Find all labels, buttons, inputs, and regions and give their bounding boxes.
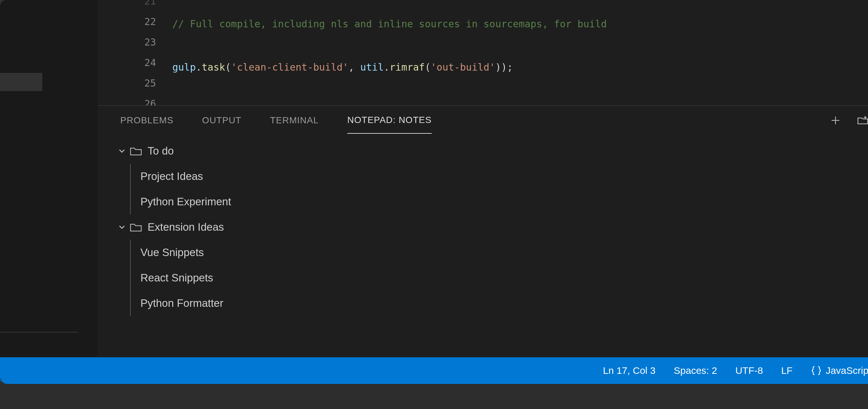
activity-sidebar <box>0 0 97 384</box>
bottom-panel: PROBLEMS OUTPUT TERMINAL NOTEPAD: NOTES <box>97 106 868 357</box>
folder-icon <box>130 146 142 156</box>
status-language[interactable]: JavaScript <box>811 365 868 376</box>
notepad-tree: To do Project Ideas Python Experiment Ex… <box>97 135 868 316</box>
sidebar-divider <box>0 332 78 332</box>
status-eol[interactable]: LF <box>781 365 793 376</box>
notepad-item[interactable]: React Snippets <box>130 265 868 291</box>
item-label: Python Experiment <box>141 196 231 208</box>
editor-window: 21 22 23 24 25 26 // Full compile, inclu… <box>0 0 868 384</box>
panel-tab-bar: PROBLEMS OUTPUT TERMINAL NOTEPAD: NOTES <box>97 106 868 135</box>
folder-icon <box>130 222 142 232</box>
tab-notepad-notes[interactable]: NOTEPAD: NOTES <box>347 107 431 134</box>
line-number: 23 <box>97 32 156 52</box>
chevron-down-icon <box>117 222 127 232</box>
line-number: 25 <box>97 73 156 93</box>
item-label: Project Ideas <box>141 170 203 182</box>
tab-problems[interactable]: PROBLEMS <box>120 107 174 134</box>
notepad-item[interactable]: Vue Snippets <box>130 240 868 265</box>
new-note-icon[interactable] <box>830 115 841 126</box>
folder-label: To do <box>148 145 174 157</box>
item-label: Python Formatter <box>141 297 223 310</box>
line-number: 22 <box>97 11 156 32</box>
line-number: 24 <box>97 52 156 73</box>
panel-actions <box>830 106 868 135</box>
notepad-item[interactable]: Python Experiment <box>130 189 868 214</box>
new-folder-icon[interactable] <box>857 115 868 126</box>
line-number: 21 <box>97 0 156 11</box>
status-indentation[interactable]: Spaces: 2 <box>674 365 717 376</box>
line-number-gutter: 21 22 23 24 25 26 <box>97 0 172 106</box>
sidebar-active-indicator <box>0 73 42 91</box>
code-line[interactable]: // Full compile, including nls and inlin… <box>172 14 868 34</box>
item-label: React Snippets <box>141 272 213 284</box>
status-language-label: JavaScript <box>826 365 868 376</box>
tab-output[interactable]: OUTPUT <box>202 107 242 134</box>
code-line[interactable]: gulp.task('clean-client-build', util.rim… <box>172 57 868 78</box>
notepad-item[interactable]: Project Ideas <box>130 164 868 189</box>
item-label: Vue Snippets <box>141 246 204 259</box>
status-bar: Ln 17, Col 3 Spaces: 2 UTF-8 LF JavaScri… <box>0 357 868 384</box>
notepad-item[interactable]: Python Formatter <box>130 291 868 316</box>
tab-terminal[interactable]: TERMINAL <box>270 107 319 134</box>
code-editor[interactable]: 21 22 23 24 25 26 // Full compile, inclu… <box>97 0 868 106</box>
notepad-folder-todo[interactable]: To do <box>117 138 868 164</box>
folder-label: Extension Ideas <box>148 221 224 233</box>
status-cursor-position[interactable]: Ln 17, Col 3 <box>603 365 656 376</box>
status-encoding[interactable]: UTF-8 <box>735 365 763 376</box>
braces-icon <box>811 365 822 376</box>
chevron-down-icon <box>117 146 127 156</box>
notepad-folder-extension-ideas[interactable]: Extension Ideas <box>117 214 868 240</box>
